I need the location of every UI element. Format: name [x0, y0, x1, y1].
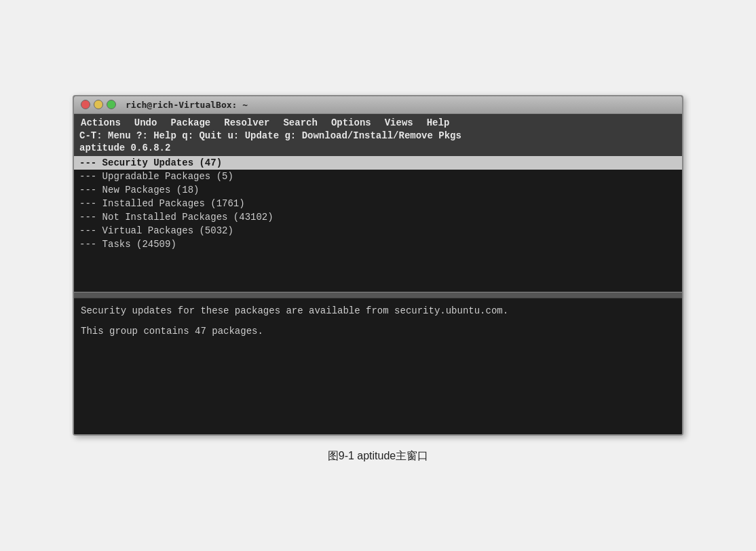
package-row-name: New Packages (18)	[102, 185, 200, 195]
package-row-not-installed[interactable]: --- Not Installed Packages (43102)	[74, 210, 682, 224]
package-row-empty-2	[74, 265, 682, 278]
package-row-name: Tasks (24509)	[102, 239, 176, 250]
menu-item-resolver[interactable]: Resolver	[223, 117, 271, 129]
shortcuts-line: C-T: Menu ?: Help q: Quit u: Update g: D…	[79, 130, 677, 141]
package-row-prefix: ---	[79, 198, 102, 209]
package-row-prefix: ---	[79, 171, 102, 182]
package-row-upgradable[interactable]: --- Upgradable Packages (5)	[74, 170, 682, 183]
description-line1: Security updates for these packages are …	[81, 305, 675, 316]
menu-item-actions[interactable]: Actions	[79, 117, 122, 129]
package-row-empty-3	[74, 278, 682, 292]
menu-item-undo[interactable]: Undo	[133, 117, 159, 129]
package-row-prefix: ---	[79, 157, 102, 168]
package-row-new[interactable]: --- New Packages (18)	[74, 183, 682, 197]
figure-caption: 图9-1 aptitude主窗口	[328, 449, 429, 463]
package-row-prefix: ---	[79, 185, 102, 195]
title-bar: rich@rich-VirtualBox: ~	[74, 96, 682, 114]
package-row-name: Upgradable Packages (5)	[102, 171, 233, 182]
package-row-tasks[interactable]: --- Tasks (24509)	[74, 238, 682, 251]
package-row-name: Installed Packages (1761)	[102, 198, 245, 209]
description-pane: Security updates for these packages are …	[74, 299, 682, 434]
package-row-virtual[interactable]: --- Virtual Packages (5032)	[74, 224, 682, 238]
minimize-button[interactable]	[94, 100, 103, 109]
outer-container: rich@rich-VirtualBox: ~ Actions Undo Pac…	[32, 68, 724, 484]
menu-item-views[interactable]: Views	[383, 117, 415, 129]
version-line: aptitude 0.6.8.2	[79, 142, 677, 153]
package-row-security-updates[interactable]: --- Security Updates (47)	[74, 156, 682, 170]
package-row-prefix: ---	[79, 239, 102, 250]
package-row-name: Virtual Packages (5032)	[102, 225, 233, 236]
title-bar-buttons	[81, 100, 116, 109]
close-button[interactable]	[81, 100, 90, 109]
description-line2: This group contains 47 packages.	[81, 326, 675, 337]
menu-item-package[interactable]: Package	[169, 117, 212, 129]
menu-item-options[interactable]: Options	[330, 117, 373, 129]
window-title: rich@rich-VirtualBox: ~	[126, 100, 248, 110]
menu-item-help[interactable]: Help	[426, 117, 451, 129]
package-list: --- Security Updates (47) --- Upgradable…	[74, 156, 682, 292]
package-row-prefix: ---	[79, 225, 102, 236]
menu-items-row: Actions Undo Package Resolver Search Opt…	[79, 117, 677, 129]
pane-divider	[74, 292, 682, 299]
menu-item-search[interactable]: Search	[282, 117, 318, 129]
terminal-window: rich@rich-VirtualBox: ~ Actions Undo Pac…	[73, 95, 683, 436]
package-row-name: Not Installed Packages (43102)	[102, 212, 273, 223]
package-row-installed[interactable]: --- Installed Packages (1761)	[74, 197, 682, 210]
maximize-button[interactable]	[107, 100, 116, 109]
package-row-name: Security Updates (47)	[102, 157, 222, 168]
menu-bar: Actions Undo Package Resolver Search Opt…	[74, 114, 682, 156]
package-row-empty-1	[74, 251, 682, 265]
terminal-body: Actions Undo Package Resolver Search Opt…	[74, 114, 682, 434]
package-row-prefix: ---	[79, 212, 102, 223]
